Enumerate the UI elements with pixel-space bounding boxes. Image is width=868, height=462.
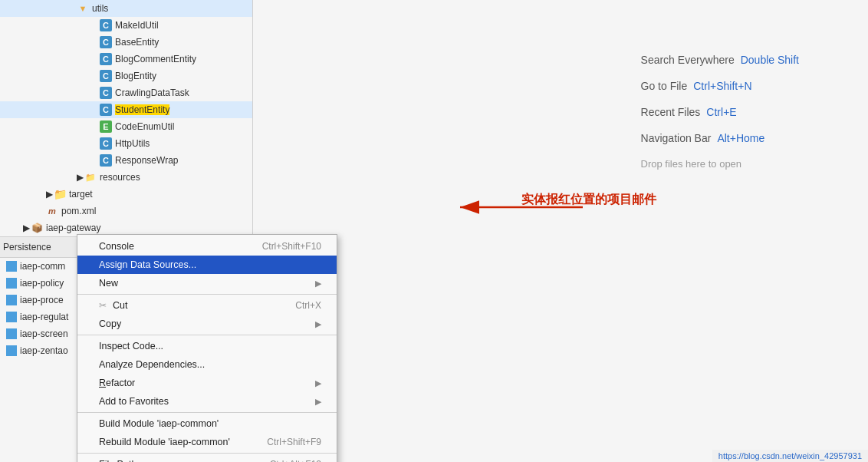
menu-item-rebuild-left: Rebuild Module 'iaep-common' bbox=[99, 437, 230, 447]
menu-item-console[interactable]: Console Ctrl+Shift+F10 bbox=[77, 237, 337, 256]
tree-label-baseentity: BaseEntity bbox=[115, 37, 159, 48]
menu-label-copy: Copy bbox=[99, 318, 121, 329]
folder-icon-resources: 📁 bbox=[84, 171, 97, 183]
menu-item-cut[interactable]: ✂ Cut Ctrl+X bbox=[77, 296, 337, 315]
tree-label-student: StudentEntity bbox=[115, 104, 169, 115]
tree-label-blogcomment: BlogCommentEntity bbox=[115, 54, 196, 64]
class-icon-makeidutil: C bbox=[100, 19, 112, 31]
menu-label-analyze: Analyze Dependencies... bbox=[99, 359, 205, 370]
module-icon-iaepregulat bbox=[6, 312, 17, 322]
menu-label-assign: Assign Data Sources... bbox=[99, 259, 196, 270]
tree-item-student[interactable]: C StudentEntity bbox=[0, 101, 252, 118]
class-icon-blogentity: C bbox=[100, 70, 112, 82]
menu-label-filepath: File Path bbox=[99, 459, 136, 462]
class-icon-crawling: C bbox=[100, 87, 112, 99]
menu-label-build: Build Module 'iaep-common' bbox=[99, 418, 219, 429]
submenu-arrow-refactor: ▶ bbox=[315, 378, 321, 388]
menu-label-console: Console bbox=[99, 241, 134, 252]
menu-item-build[interactable]: Build Module 'iaep-common' bbox=[77, 414, 337, 433]
module-icon-gateway: 📦 bbox=[31, 222, 43, 234]
tree-area: ▼ utils C MakeIdUtil C BaseEntity C Blog… bbox=[0, 0, 252, 236]
menu-label-cut: Cut bbox=[113, 300, 127, 311]
project-label-iaepregulat: iaep-regulat bbox=[20, 312, 68, 322]
tree-item-responsewrap[interactable]: C ResponseWrap bbox=[0, 152, 252, 169]
menu-item-favorites-left: Add to Favorites bbox=[99, 396, 169, 407]
tree-item-resources[interactable]: ▶ 📁 resources bbox=[0, 169, 252, 186]
menu-separator-3 bbox=[77, 412, 337, 413]
tree-label-pomxml: pom.xml bbox=[61, 206, 96, 216]
search-everywhere-shortcut: Double Shift bbox=[741, 54, 799, 66]
menu-label-rebuild: Rebuild Module 'iaep-common' bbox=[99, 437, 230, 447]
go-to-file-shortcut: Ctrl+Shift+N bbox=[693, 80, 751, 92]
menu-item-new[interactable]: New ▶ bbox=[77, 274, 337, 292]
tree-label-resources: resources bbox=[100, 172, 140, 183]
menu-item-analyze[interactable]: Analyze Dependencies... bbox=[77, 355, 337, 374]
menu-separator-2 bbox=[77, 335, 337, 335]
module-icon-iaepzentao bbox=[6, 345, 17, 356]
module-icon-iaepscreen bbox=[6, 328, 17, 339]
expand-icon-target: ▶ bbox=[46, 189, 54, 200]
tree-item-utils[interactable]: ▼ utils bbox=[0, 0, 252, 17]
menu-item-assign-datasources[interactable]: Assign Data Sources... bbox=[77, 256, 337, 274]
tree-item-crawling[interactable]: C CrawlingDataTask bbox=[0, 84, 252, 101]
menu-item-new-left: New bbox=[99, 278, 118, 289]
tree-item-makeidutil[interactable]: C MakeIdUtil bbox=[0, 17, 252, 34]
tree-item-blogcomment[interactable]: C BlogCommentEntity bbox=[0, 51, 252, 68]
menu-item-cut-left: ✂ Cut bbox=[99, 300, 127, 311]
tree-label-crawling: CrawlingDataTask bbox=[115, 87, 189, 98]
tree-item-blogentity[interactable]: C BlogEntity bbox=[0, 68, 252, 84]
hint-search-everywhere: Search Everywhere Double Shift bbox=[641, 54, 799, 66]
tree-label-target: target bbox=[69, 189, 93, 200]
class-icon-blogcomment: C bbox=[100, 53, 112, 65]
tree-item-baseentity[interactable]: C BaseEntity bbox=[0, 34, 252, 51]
drop-zone-label: Drop files here to open bbox=[641, 158, 742, 170]
tree-item-httputils[interactable]: C HttpUtils bbox=[0, 135, 252, 152]
recent-files-label: Recent Files bbox=[641, 106, 701, 118]
menu-item-refactor-left: Refactor bbox=[99, 378, 135, 388]
menu-item-inspect[interactable]: Inspect Code... bbox=[77, 337, 337, 355]
menu-separator-4 bbox=[77, 453, 337, 454]
tree-item-pomxml[interactable]: m pom.xml bbox=[0, 203, 252, 219]
expand-icon-gateway: ▶ bbox=[23, 223, 31, 233]
menu-item-assign-left: Assign Data Sources... bbox=[99, 259, 196, 270]
tree-label-utils: utils bbox=[92, 3, 108, 14]
project-label-iaeppolicy: iaep-policy bbox=[20, 278, 64, 289]
submenu-arrow-new: ▶ bbox=[315, 279, 321, 289]
context-menu: Console Ctrl+Shift+F10 Assign Data Sourc… bbox=[77, 234, 337, 462]
bottom-bar: https://blog.csdn.net/weixin_42957931 bbox=[712, 450, 868, 462]
right-panel: Search Everywhere Double Shift Go to Fil… bbox=[253, 0, 868, 462]
menu-label-refactor: Refactor bbox=[99, 378, 135, 388]
menu-shortcut-rebuild: Ctrl+Shift+F9 bbox=[267, 437, 321, 447]
menu-item-filepath[interactable]: File Path Ctrl+Alt+F12 bbox=[77, 455, 337, 462]
menu-shortcut-console: Ctrl+Shift+F10 bbox=[262, 241, 321, 252]
project-label-iaepcomm: iaep-comm bbox=[20, 261, 65, 272]
tree-label-gateway: iaep-gateway bbox=[46, 223, 100, 233]
menu-item-rebuild[interactable]: Rebuild Module 'iaep-common' Ctrl+Shift+… bbox=[77, 433, 337, 451]
persistence-label: Persistence bbox=[3, 242, 51, 252]
hint-drop-files: Drop files here to open bbox=[641, 158, 799, 170]
enum-icon-codeenum: E bbox=[100, 120, 112, 133]
tree-label-makeidutil: MakeIdUtil bbox=[115, 20, 159, 31]
menu-item-console-left: Console bbox=[99, 241, 134, 252]
menu-shortcut-filepath: Ctrl+Alt+F12 bbox=[270, 459, 321, 462]
tree-item-target[interactable]: ▶ 📁 target bbox=[0, 186, 252, 203]
url-label[interactable]: https://blog.csdn.net/weixin_42957931 bbox=[718, 451, 862, 460]
menu-item-filepath-left: File Path bbox=[99, 459, 136, 462]
class-icon-student: C bbox=[100, 104, 112, 116]
hint-go-to-file: Go to File Ctrl+Shift+N bbox=[641, 80, 799, 92]
folder-open-icon: ▼ bbox=[77, 2, 89, 15]
cut-icon: ✂ bbox=[99, 300, 107, 311]
tree-item-codeenum[interactable]: E CodeEnumUtil bbox=[0, 118, 252, 135]
project-label-iaepproce: iaep-proce bbox=[20, 295, 64, 305]
menu-item-favorites[interactable]: Add to Favorites ▶ bbox=[77, 392, 337, 411]
tree-label-blogentity: BlogEntity bbox=[115, 71, 156, 81]
search-hints: Search Everywhere Double Shift Go to Fil… bbox=[610, 38, 830, 185]
class-icon-baseentity: C bbox=[100, 36, 112, 48]
hint-recent-files: Recent Files Ctrl+E bbox=[641, 106, 799, 118]
menu-item-refactor[interactable]: Refactor ▶ bbox=[77, 374, 337, 392]
class-icon-httputils: C bbox=[100, 137, 112, 150]
menu-item-copy-left: Copy bbox=[99, 318, 121, 329]
menu-item-copy[interactable]: Copy ▶ bbox=[77, 315, 337, 333]
module-icon-iaepcomm bbox=[6, 261, 17, 272]
navigation-bar-shortcut: Alt+Home bbox=[717, 132, 764, 144]
